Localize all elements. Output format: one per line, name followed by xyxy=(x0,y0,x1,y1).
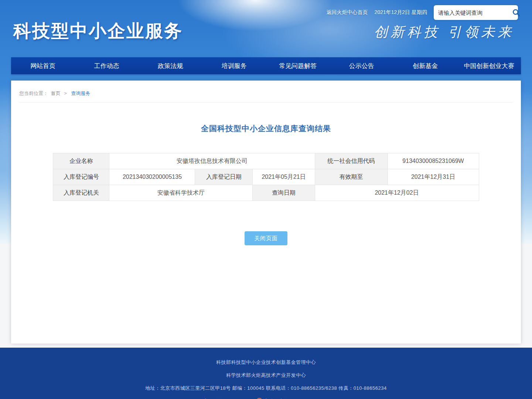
close-page-button[interactable]: 关闭页面 xyxy=(245,231,287,245)
breadcrumb: 您当前位置： 首页 > 查询服务 xyxy=(19,81,513,103)
footer-org-1: 科技部科技型中小企业技术创新基金管理中心 xyxy=(0,359,532,366)
valid-until-label: 有效期至 xyxy=(315,169,388,185)
reg-number-label: 入库登记编号 xyxy=(53,169,109,185)
search-button[interactable] xyxy=(512,7,521,18)
search-box xyxy=(434,5,518,20)
content-panel: 您当前位置： 首页 > 查询服务 全国科技型中小企业信息库查询结果 企业名称 安… xyxy=(11,81,521,344)
current-date: 2021年12月2日 星期四 xyxy=(375,9,427,16)
breadcrumb-home-link[interactable]: 首页 xyxy=(51,91,61,96)
reg-date-value: 2021年05月21日 xyxy=(253,169,315,185)
site-slogan: 创新科技 引领未来 xyxy=(374,23,514,41)
query-result-table: 企业名称 安徽塔孜信息技术有限公司 统一社会信用代码 9134030008523… xyxy=(53,153,479,201)
reg-date-label: 入库登记日期 xyxy=(195,169,253,185)
query-date-value: 2021年12月02日 xyxy=(315,185,479,201)
footer-address: 地址：北京市西城区三里河二区甲18号 邮编：100045 联系电话：010-88… xyxy=(0,385,532,392)
nav-item-home[interactable]: 网站首页 xyxy=(11,57,75,74)
credit-code-label: 统一社会信用代码 xyxy=(315,153,388,169)
footer-org-2: 科学技术部火炬高技术产业开发中心 xyxy=(0,372,532,379)
breadcrumb-prefix: 您当前位置： xyxy=(19,91,48,96)
back-to-torch-center-link[interactable]: 返回火炬中心首页 xyxy=(327,9,368,16)
search-input[interactable] xyxy=(438,10,512,16)
nav-item-policy[interactable]: 政策法规 xyxy=(139,57,202,74)
page-title: 全国科技型中小企业信息库查询结果 xyxy=(11,123,521,134)
table-row: 入库登记机关 安徽省科学技术厅 查询日期 2021年12月02日 xyxy=(53,185,479,201)
main-navigation: 网站首页 工作动态 政策法规 培训服务 常见问题解答 公示公告 创新基金 中国创… xyxy=(11,57,521,74)
page-footer: 科技部科技型中小企业技术创新基金管理中心 科学技术部火炬高技术产业开发中心 地址… xyxy=(0,348,532,399)
nav-item-announcements[interactable]: 公示公告 xyxy=(330,57,394,74)
nav-item-faq[interactable]: 常见问题解答 xyxy=(266,57,330,74)
reg-authority-label: 入库登记机关 xyxy=(53,185,109,201)
breadcrumb-current-link[interactable]: 查询服务 xyxy=(71,91,90,96)
reg-number-value: 202134030200005135 xyxy=(109,169,195,185)
top-bar: 返回火炬中心首页 2021年12月2日 星期四 xyxy=(327,5,518,20)
reg-authority-value: 安徽省科学技术厅 xyxy=(109,185,253,201)
query-date-label: 查询日期 xyxy=(253,185,315,201)
company-name-value: 安徽塔孜信息技术有限公司 xyxy=(109,153,315,169)
breadcrumb-separator: > xyxy=(64,91,67,96)
valid-until-value: 2021年12月31日 xyxy=(388,169,479,185)
search-icon xyxy=(512,8,521,17)
credit-code-value: 91340300085231069W xyxy=(388,153,479,169)
table-row: 企业名称 安徽塔孜信息技术有限公司 统一社会信用代码 9134030008523… xyxy=(53,153,479,169)
site-title: 科技型中小企业服务 xyxy=(13,19,183,43)
nav-item-competition[interactable]: 中国创新创业大赛 xyxy=(457,57,521,74)
nav-item-news[interactable]: 工作动态 xyxy=(75,57,139,74)
nav-item-training[interactable]: 培训服务 xyxy=(202,57,266,74)
nav-item-innovation-fund[interactable]: 创新基金 xyxy=(393,57,457,74)
company-name-label: 企业名称 xyxy=(53,153,109,169)
table-row: 入库登记编号 202134030200005135 入库登记日期 2021年05… xyxy=(53,169,479,185)
